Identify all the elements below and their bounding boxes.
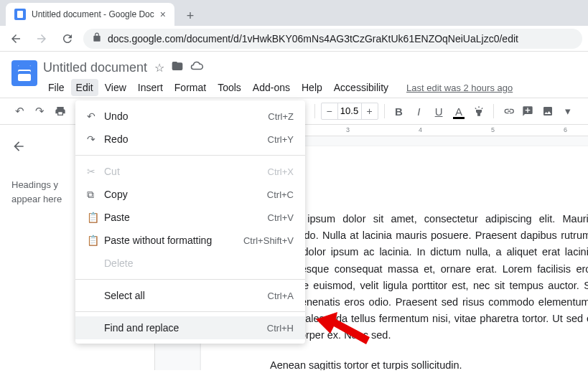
menu-item-cut: ✂CutCtrl+X: [75, 160, 305, 183]
docs-logo-icon[interactable]: [11, 60, 37, 86]
text-color-button[interactable]: A: [450, 102, 467, 121]
menu-format[interactable]: Format: [169, 79, 211, 96]
menu-insert[interactable]: Insert: [133, 79, 168, 96]
menu-separator: [75, 311, 305, 312]
outline-collapse-button[interactable]: [11, 139, 29, 156]
menu-item-delete: Delete: [75, 252, 305, 275]
menu-separator: [75, 155, 305, 156]
reload-icon: [61, 32, 74, 45]
insert-image-button[interactable]: [539, 102, 556, 121]
insert-link-button[interactable]: [500, 102, 517, 121]
font-size-increase[interactable]: +: [362, 105, 378, 117]
browser-toolbar: docs.google.com/document/d/1vHwkBKY06mNs…: [0, 26, 588, 52]
star-icon[interactable]: ☆: [154, 61, 164, 75]
menu-item-label: Paste without formatting: [104, 235, 243, 246]
arrow-left-icon: [9, 32, 22, 45]
menu-item-label: Paste: [104, 212, 268, 223]
menu-item-label: Redo: [104, 133, 268, 145]
browser-tab[interactable]: Untitled document - Google Doc ×: [6, 3, 174, 26]
move-icon[interactable]: [172, 60, 183, 75]
docs-header: Untitled document ☆ File Edit View Inser…: [0, 52, 588, 98]
print-icon: [55, 105, 66, 117]
cloud-status-icon[interactable]: [190, 60, 203, 75]
menu-item-label: Delete: [104, 258, 294, 269]
font-size-control: − 10.5 +: [321, 103, 378, 120]
svg-marker-0: [316, 312, 370, 344]
menu-item-paste[interactable]: 📋PasteCtrl+V: [75, 206, 305, 229]
menu-item-find-and-replace[interactable]: Find and replaceCtrl+H: [75, 316, 305, 339]
undo-button[interactable]: ↶: [11, 102, 29, 121]
back-button[interactable]: [6, 29, 26, 49]
tab-title: Untitled document - Google Doc: [32, 9, 154, 19]
image-dropdown-icon[interactable]: ▾: [559, 102, 577, 121]
font-size-value[interactable]: 10.5: [337, 103, 362, 119]
paste-icon: 📋: [87, 235, 104, 246]
menu-item-shortcut: Ctrl+A: [268, 291, 294, 301]
menu-help[interactable]: Help: [297, 79, 327, 96]
comment-icon: [522, 105, 533, 117]
address-bar[interactable]: docs.google.com/document/d/1vHwkBKY06mNs…: [83, 29, 582, 49]
menu-separator: [75, 279, 305, 280]
menu-item-paste-without-formatting[interactable]: 📋Paste without formattingCtrl+Shift+V: [75, 229, 305, 252]
menu-item-shortcut: Ctrl+V: [268, 212, 294, 223]
annotation-arrow-icon: [316, 308, 373, 354]
arrow-right-icon: [35, 32, 48, 45]
reload-button[interactable]: [57, 29, 78, 49]
menu-item-copy[interactable]: ⧉CopyCtrl+C: [75, 183, 305, 206]
url-text: docs.google.com/document/d/1vHwkBKY06mNs…: [108, 33, 518, 44]
menu-item-shortcut: Ctrl+Shift+V: [243, 235, 294, 246]
undo-icon: ↶: [87, 110, 104, 122]
menu-file[interactable]: File: [43, 79, 70, 96]
bold-button[interactable]: B: [390, 102, 407, 121]
image-icon: [542, 105, 554, 117]
font-size-decrease[interactable]: −: [322, 105, 337, 117]
menu-item-label: Cut: [104, 166, 268, 177]
menu-item-label: Select all: [104, 290, 268, 301]
copy-icon: ⧉: [87, 189, 104, 201]
link-icon: [503, 105, 514, 117]
menu-item-label: Copy: [104, 189, 267, 200]
menu-item-label: Undo: [104, 110, 268, 122]
menu-view[interactable]: View: [100, 79, 131, 96]
menu-item-shortcut: Ctrl+C: [267, 189, 294, 200]
menu-item-shortcut: Ctrl+Z: [268, 111, 294, 122]
edit-menu-dropdown: ↶UndoCtrl+Z↷RedoCtrl+Y✂CutCtrl+X⧉CopyCtr…: [75, 100, 305, 344]
menu-item-redo[interactable]: ↷RedoCtrl+Y: [75, 128, 305, 151]
redo-icon: ↷: [87, 133, 104, 145]
close-tab-icon[interactable]: ×: [160, 9, 166, 20]
menu-addons[interactable]: Add-ons: [248, 79, 295, 96]
paste-icon: 📋: [87, 212, 104, 223]
browser-tab-strip: Untitled document - Google Doc × +: [0, 0, 588, 26]
menu-item-shortcut: Ctrl+H: [267, 323, 294, 334]
last-edit-link[interactable]: Last edit was 2 hours ago: [406, 82, 513, 93]
menu-accessibility[interactable]: Accessibility: [329, 79, 393, 96]
menu-item-label: Find and replace: [104, 322, 267, 334]
menu-item-select-all[interactable]: Select allCtrl+A: [75, 284, 305, 307]
menubar: File Edit View Insert Format Tools Add-o…: [43, 77, 577, 98]
highlight-icon: [473, 105, 485, 117]
cut-icon: ✂: [87, 166, 104, 177]
menu-tools[interactable]: Tools: [213, 79, 246, 96]
forward-button[interactable]: [32, 29, 52, 49]
menu-edit[interactable]: Edit: [71, 79, 98, 96]
docs-favicon: [14, 9, 26, 20]
print-button[interactable]: [52, 102, 69, 121]
arrow-left-icon: [11, 139, 26, 154]
lock-icon: [92, 32, 102, 44]
menu-item-shortcut: Ctrl+X: [268, 166, 294, 177]
menu-item-undo[interactable]: ↶UndoCtrl+Z: [75, 105, 305, 128]
menu-item-shortcut: Ctrl+Y: [268, 134, 294, 145]
redo-button[interactable]: ↷: [32, 102, 49, 121]
underline-button[interactable]: U: [430, 102, 447, 121]
paragraph: Aenean sagittis tortor et turpis sollici…: [270, 357, 588, 371]
document-title[interactable]: Untitled document: [43, 60, 147, 75]
new-tab-button[interactable]: +: [180, 6, 200, 26]
highlight-button[interactable]: [470, 102, 487, 121]
italic-button[interactable]: I: [410, 102, 427, 121]
add-comment-button[interactable]: [520, 102, 537, 121]
